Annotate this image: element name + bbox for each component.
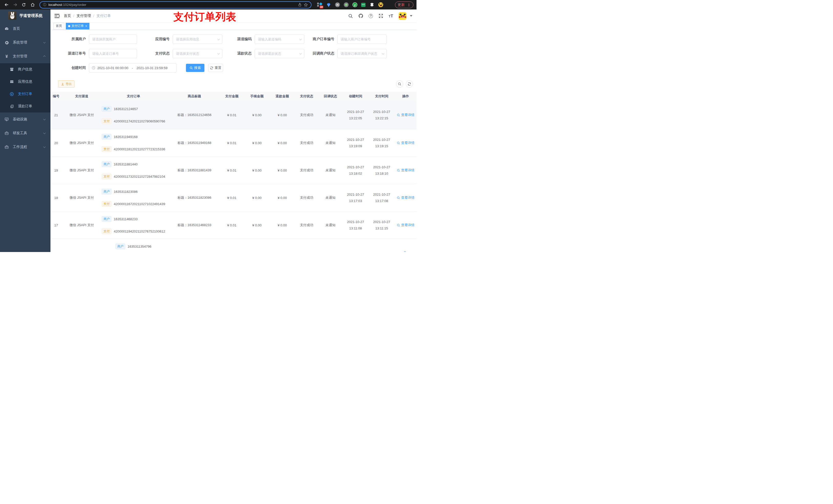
sidebar-item-system[interactable]: 系统管理 [0,35,50,49]
sidebar-item-payment[interactable]: ¥ 支付管理 [0,49,50,63]
cell-create-time: 2021-10-2713:18:02 [342,164,368,177]
refund-status-select[interactable] [255,49,304,58]
help-icon[interactable]: ? [368,14,373,18]
active-dot-icon [68,25,70,27]
chevron-down-icon [43,118,46,120]
cell-status: 支付成功 [295,113,318,117]
tab-home[interactable]: 首页 [53,23,64,29]
cell-refund: ¥ 0.00 [270,113,295,117]
forward-icon[interactable] [12,2,19,8]
view-detail-link[interactable] [403,251,408,252]
cell-pay-order: 商户1635312124657 支付4200001174202110278060… [98,106,169,124]
sidebar-item-dev-tools[interactable]: 研发工具 [0,126,50,140]
extension-command-icon[interactable]: ⌘ [335,2,340,7]
cell-pay-order: 商户1635311881440 支付4200001173202110272847… [98,161,169,179]
cell-title: 标题：1635311949168 [169,141,219,145]
channel-code-filter-select[interactable] [255,34,304,44]
sidebar-item-merchant-info[interactable]: 商户信息 [0,63,50,75]
sidebar-item-workflow[interactable]: 工作流程 [0,140,50,154]
view-detail-link[interactable]: 查看详情 [397,223,414,227]
extension-recorder-icon[interactable] [344,2,349,7]
share-icon[interactable] [298,3,302,7]
cell-refund: ¥ 0.00 [270,223,295,227]
merchant-order-no-input[interactable] [337,34,387,44]
cell-title: 标题：1635311881439 [169,168,219,173]
tags-view-bar: 首页 支付订单 × [50,22,416,30]
browser-update-button[interactable]: 更新⋮ [395,2,414,8]
view-detail-link[interactable]: 查看详情 [397,141,414,145]
svg-text:¥: ¥ [11,93,12,95]
search-icon[interactable] [348,14,353,19]
cell-action [395,251,416,252]
search-button[interactable]: 搜索 [186,64,205,72]
close-tab-icon[interactable]: × [85,25,87,28]
cell-channel: 微信 JSAPI 支付 [66,141,98,145]
app-filter-select[interactable] [173,34,222,44]
breadcrumb-payment[interactable]: 支付管理 [77,14,91,18]
extension-gem-icon[interactable] [326,2,331,7]
cell-id: 18 [50,196,66,200]
reset-button[interactable]: 重置 [208,64,223,72]
yen-circle-icon: ¥ [10,92,14,96]
url-bar[interactable]: ⓘ localhost:1024/pay/order [40,1,311,8]
extension-chat-icon[interactable]: ••• [361,3,365,7]
cell-id: 19 [50,169,66,172]
cell-pay-order: 商户1635311354796 支付 [98,243,169,252]
sidebar-item-home[interactable]: 首页 [0,22,50,35]
app-logo-image [8,11,16,20]
merchant-filter-input[interactable] [89,34,137,44]
sidebar-item-infrastructure[interactable]: 基础设施 [0,113,50,126]
view-detail-link[interactable]: 查看详情 [397,195,414,200]
home-icon[interactable] [29,2,36,8]
browser-menu-icon[interactable]: ⋮ [407,3,411,7]
sidebar-item-refund-order[interactable]: 退款订单 [0,100,50,113]
cell-fee: ¥ 0.00 [244,196,270,200]
sidebar-item-app-info[interactable]: 应用信息 [0,75,50,88]
pay-status-select[interactable] [173,49,222,58]
notify-status-select[interactable] [337,49,387,58]
export-button[interactable]: 导出 [58,80,74,88]
pay-tag: 支付 [102,146,112,152]
channel-order-no-input[interactable] [89,49,137,58]
cell-channel: 微信 JSAPI 支付 [66,195,98,200]
gear-icon [5,41,9,45]
cell-title: 标题：1635311468233 [169,223,219,227]
tab-pay-order[interactable]: 支付订单 × [66,23,89,29]
view-detail-link[interactable]: 查看详情 [397,113,414,117]
bookmark-star-icon[interactable] [304,3,308,7]
github-icon[interactable] [358,14,363,19]
avatar[interactable] [399,12,406,20]
extensions-puzzle-icon[interactable] [370,2,375,7]
toolbox-icon [5,145,9,149]
create-time-range-picker[interactable]: 2021-10-01 00:00:00 - 2021-10-31 23:59:5… [89,63,176,72]
date-end: 2021-10-31 23:59:59 [137,66,168,70]
app-logo[interactable]: 芋道管理系统 [0,9,50,22]
chevron-up-icon [43,55,46,58]
cell-refund: ¥ 0.00 [270,141,295,145]
back-icon[interactable] [3,2,10,8]
avatar-caret-icon[interactable] [410,15,412,17]
toggle-search-button[interactable] [396,80,403,88]
pay-tag: 支付 [102,201,112,207]
sidebar-item-pay-order[interactable]: ¥ 支付订单 [0,88,50,100]
breadcrumb-home[interactable]: 首页 [64,14,71,18]
sidebar-toggle-icon[interactable] [54,14,60,18]
fullscreen-icon[interactable] [378,14,383,19]
cell-action: 查看详情 [395,141,416,145]
cell-pay-order: 商户1635311823086 支付4200001167202110271022… [98,189,169,207]
table-row: 17 微信 JSAPI 支付 商户1635311468233 支付4200001… [50,212,416,239]
site-info-icon[interactable]: ⓘ [43,3,46,7]
extension-y-icon[interactable]: y [353,2,357,7]
cell-pay-order: 商户1635311468233 支付4200001194202110276752… [98,216,169,234]
breadcrumb-current: 支付订单 [97,14,111,18]
reload-icon[interactable] [21,2,27,8]
cell-refund: ¥ 0.00 [270,196,295,200]
font-size-icon[interactable]: TT [388,14,393,18]
profile-emoji-icon[interactable] [378,2,383,7]
view-detail-link[interactable]: 查看详情 [397,168,414,173]
cell-amount: ¥ 0.01 [219,113,244,117]
refresh-button[interactable] [406,80,413,88]
cell-id: 20 [50,141,66,145]
clock-icon [92,66,95,70]
extension-diamond-icon[interactable]: 10 [317,2,322,7]
